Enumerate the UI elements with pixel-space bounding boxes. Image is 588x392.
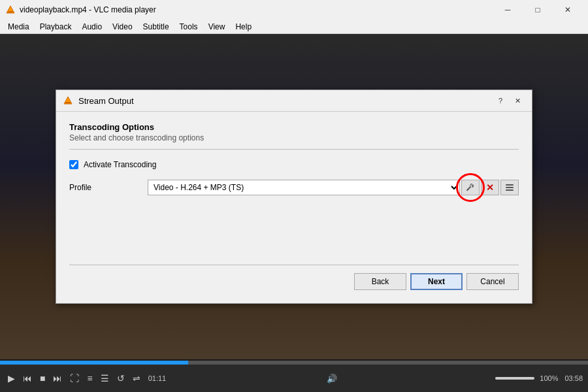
volume-label: 100%: [540, 374, 558, 382]
dialog-titlebar: Stream Output ? ✕: [56, 90, 532, 112]
activate-transcoding-row: Activate Transcoding: [69, 160, 519, 169]
prev-button[interactable]: ⏮: [20, 372, 35, 385]
svg-rect-5: [506, 184, 514, 186]
next-button-ctrl[interactable]: ⏭: [50, 372, 65, 385]
spacer: [69, 206, 519, 258]
svg-rect-3: [65, 102, 71, 103]
fullscreen-button[interactable]: ⛶: [67, 372, 82, 385]
dialog-title: Stream Output: [78, 96, 491, 106]
shuffle-button[interactable]: ⇌: [130, 372, 143, 385]
title-bar: videoplayback.mp4 - VLC media player ─ □…: [0, 0, 588, 20]
dialog-close-button[interactable]: ✕: [510, 94, 525, 107]
minimize-button[interactable]: ─: [493, 0, 523, 20]
menu-media[interactable]: Media: [3, 21, 35, 33]
cancel-button[interactable]: Cancel: [466, 273, 519, 290]
maximize-button[interactable]: □: [523, 0, 553, 20]
svg-rect-7: [506, 189, 514, 191]
divider-bottom: [69, 265, 519, 265]
dialog-help-button[interactable]: ?: [493, 94, 508, 107]
x-icon: ✕: [486, 182, 494, 193]
dialog-overlay: Stream Output ? ✕ Transcoding Options Se…: [0, 34, 588, 359]
next-button[interactable]: Next: [410, 273, 463, 290]
svg-rect-6: [506, 187, 514, 188]
menu-bar: Media Playback Audio Video Subtitle Tool…: [0, 20, 588, 34]
dialog-vlc-icon: [63, 95, 73, 106]
menu-audio[interactable]: Audio: [76, 21, 107, 33]
profile-select[interactable]: Video - H.264 + MP3 (TS) Video - H.264 +…: [148, 180, 460, 195]
wrench-icon: [466, 183, 475, 192]
progress-bar-fill: [0, 361, 188, 365]
window-title: videoplayback.mp4 - VLC media player: [20, 5, 493, 14]
play-button[interactable]: ▶: [5, 372, 18, 385]
volume-icon: 🔊: [327, 374, 337, 384]
extended-button[interactable]: ≡: [84, 372, 95, 385]
back-button[interactable]: Back: [354, 273, 406, 290]
stream-output-dialog: Stream Output ? ✕ Transcoding Options Se…: [56, 90, 532, 304]
section-title: Transcoding Options: [69, 122, 519, 132]
loop-button[interactable]: ↺: [114, 372, 127, 385]
progress-bar-container[interactable]: [0, 361, 588, 365]
menu-help[interactable]: Help: [230, 21, 257, 33]
menu-playback[interactable]: Playback: [35, 21, 77, 33]
divider-top: [69, 149, 519, 150]
volume-fill: [495, 377, 534, 380]
menu-view[interactable]: View: [203, 21, 231, 33]
time-current: 01:11: [148, 374, 167, 382]
svg-rect-1: [8, 11, 13, 12]
dialog-body: Transcoding Options Select and choose tr…: [56, 112, 532, 303]
profile-list-button[interactable]: [500, 180, 519, 195]
menu-subtitle[interactable]: Subtitle: [138, 21, 174, 33]
controls-row: ▶ ⏮ ■ ⏭ ⛶ ≡ ☰ ↺ ⇌ 01:11 🔊 100% 03:58: [0, 365, 588, 392]
svg-point-4: [472, 185, 473, 186]
menu-video[interactable]: Video: [107, 21, 137, 33]
list-icon: [505, 183, 514, 192]
window-close-button[interactable]: ✕: [553, 0, 583, 20]
vlc-icon: [5, 5, 16, 15]
button-row: Back Next Cancel: [69, 273, 519, 293]
activate-transcoding-label: Activate Transcoding: [84, 160, 156, 169]
menu-tools[interactable]: Tools: [174, 21, 203, 33]
stop-button[interactable]: ■: [37, 372, 48, 385]
time-total: 03:58: [564, 374, 583, 382]
bottom-bar: ▶ ⏮ ■ ⏭ ⛶ ≡ ☰ ↺ ⇌ 01:11 🔊 100% 03:58: [0, 361, 588, 392]
time-display: 01:11: [148, 374, 167, 382]
volume-bar[interactable]: [495, 377, 534, 380]
section-subtitle: Select and choose transcoding options: [69, 133, 519, 142]
profile-row: Profile Video - H.264 + MP3 (TS) Video -…: [69, 180, 519, 195]
profile-label: Profile: [69, 183, 148, 192]
activate-transcoding-checkbox[interactable]: [69, 160, 78, 169]
profile-edit-button[interactable]: [461, 180, 480, 195]
playlist-button[interactable]: ☰: [98, 372, 112, 385]
